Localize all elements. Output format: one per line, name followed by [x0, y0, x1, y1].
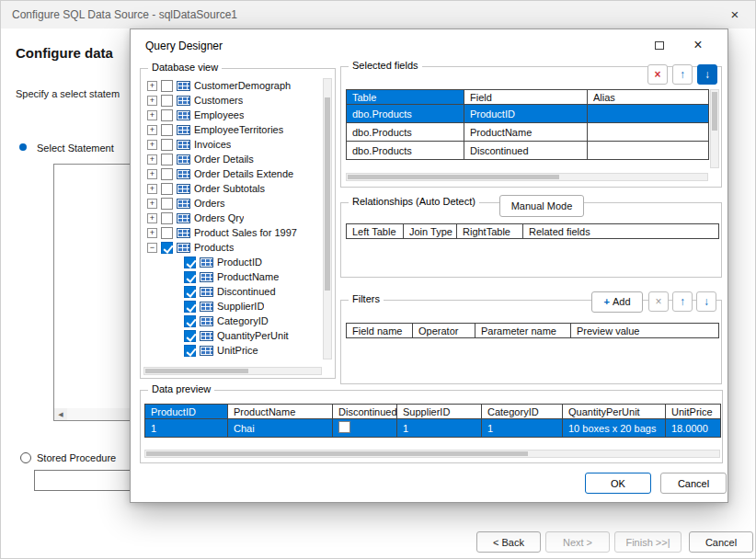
ok-button[interactable]: OK: [585, 473, 651, 494]
tree-checkbox[interactable]: [161, 198, 173, 210]
tree-item[interactable]: +Invoices: [143, 137, 320, 152]
column-header-field-name[interactable]: Field name: [347, 324, 413, 338]
scroll-left-icon[interactable]: ◀: [54, 408, 67, 420]
expand-icon[interactable]: +: [147, 110, 157, 120]
tree-item[interactable]: +CustomerDemograph: [143, 78, 320, 93]
tree-checkbox[interactable]: [161, 168, 173, 180]
expand-icon[interactable]: +: [147, 140, 157, 150]
selected-fields-vertical-scrollbar[interactable]: [710, 89, 719, 168]
column-header-unitprice[interactable]: UnitPrice: [666, 405, 721, 419]
column-header-productname[interactable]: ProductName: [228, 405, 333, 419]
tree-item[interactable]: +Customers: [143, 93, 320, 108]
cell-categoryid[interactable]: 1: [482, 419, 563, 438]
cell-productname[interactable]: Chai: [228, 419, 333, 438]
move-field-up-button[interactable]: ↑: [672, 64, 693, 85]
finish-button[interactable]: Finish >>|: [614, 531, 682, 553]
tree-checkbox[interactable]: [184, 345, 196, 357]
cancel-button[interactable]: Cancel: [660, 473, 727, 494]
tree-item[interactable]: +Order Subtotals: [143, 181, 320, 196]
scrollbar-thumb[interactable]: [348, 175, 559, 179]
expand-icon[interactable]: +: [147, 169, 157, 179]
move-filter-up-button[interactable]: ↑: [672, 291, 693, 312]
scrollbar-thumb[interactable]: [712, 92, 717, 131]
column-header-preview-value[interactable]: Preview value: [571, 324, 719, 338]
tree-item[interactable]: +Employees: [143, 108, 320, 122]
scrollbar-thumb[interactable]: [325, 97, 330, 291]
cell-discontinued[interactable]: [333, 419, 397, 438]
tree-checkbox[interactable]: [161, 154, 173, 165]
cell-alias[interactable]: [588, 142, 709, 160]
cell-table[interactable]: dbo.Products: [347, 105, 464, 123]
tree-vertical-scrollbar[interactable]: [323, 78, 332, 359]
tree-item[interactable]: +Order Details: [143, 152, 320, 166]
wizard-cancel-button[interactable]: Cancel: [689, 531, 753, 553]
tree-field-item[interactable]: ProductID: [143, 255, 320, 269]
add-filter-button[interactable]: +Add: [591, 291, 643, 313]
close-icon[interactable]: ×: [715, 1, 755, 29]
selected-field-row[interactable]: dbo.Products ProductID: [347, 105, 709, 123]
tree-checkbox[interactable]: [161, 80, 173, 92]
tree-checkbox[interactable]: [184, 330, 196, 342]
tree-checkbox[interactable]: [184, 257, 196, 268]
expand-icon[interactable]: +: [147, 228, 157, 238]
tree-checkbox[interactable]: [161, 212, 173, 224]
tree-field-item[interactable]: ProductName: [143, 269, 320, 284]
column-header-related-fields[interactable]: Related fields: [523, 224, 719, 239]
manual-mode-button[interactable]: Manual Mode: [499, 195, 584, 217]
cell-alias[interactable]: [588, 123, 709, 142]
selected-field-row[interactable]: dbo.Products ProductName: [347, 123, 709, 142]
collapse-icon[interactable]: −: [147, 243, 157, 253]
tree-checkbox[interactable]: [161, 183, 173, 195]
dialog-close-button[interactable]: ×: [683, 33, 713, 57]
tree-checkbox[interactable]: [161, 227, 173, 239]
tree-checkbox[interactable]: [184, 286, 196, 298]
move-field-down-button[interactable]: ↓: [697, 64, 717, 85]
discontinued-checkbox[interactable]: [338, 421, 350, 433]
data-preview-horizontal-scrollbar[interactable]: [144, 450, 720, 458]
column-header-parameter-name[interactable]: Parameter name: [475, 324, 571, 338]
cell-supplierid[interactable]: 1: [397, 419, 482, 438]
tree-checkbox[interactable]: [184, 271, 196, 283]
expand-icon[interactable]: +: [147, 199, 157, 209]
tree-field-item[interactable]: UnitPrice: [143, 343, 320, 358]
column-header-discontinued[interactable]: Discontinued: [333, 405, 397, 419]
maximize-button[interactable]: [645, 36, 674, 56]
cell-field[interactable]: Discontinued: [464, 142, 588, 160]
scrollbar-thumb[interactable]: [146, 451, 528, 456]
data-preview-row[interactable]: 1 Chai 1 1 10 boxes x 20 bags 18.0000: [145, 419, 721, 438]
tree-checkbox[interactable]: [184, 301, 196, 313]
tree-item[interactable]: +EmployeeTerritories: [143, 122, 320, 137]
expand-icon[interactable]: +: [147, 96, 157, 106]
cell-quantityperunit[interactable]: 10 boxes x 20 bags: [563, 419, 666, 438]
expand-icon[interactable]: +: [147, 125, 157, 135]
expand-icon[interactable]: +: [147, 213, 157, 223]
move-filter-down-button[interactable]: ↓: [696, 291, 716, 312]
tree-item[interactable]: +Product Sales for 1997: [143, 225, 320, 240]
column-header-operator[interactable]: Operator: [413, 324, 475, 338]
remove-filter-button[interactable]: ×: [648, 291, 669, 312]
tree-checkbox[interactable]: [161, 109, 173, 121]
column-header-left-table[interactable]: Left Table: [347, 224, 404, 239]
tree-checkbox[interactable]: [161, 124, 173, 136]
tree-field-item[interactable]: QuantityPerUnit: [143, 328, 320, 343]
tree-checkbox[interactable]: [161, 139, 173, 151]
tree-field-item[interactable]: Discontinued: [143, 284, 320, 299]
selected-field-row[interactable]: dbo.Products Discontinued: [347, 142, 709, 160]
column-header-supplierid[interactable]: SupplierID: [397, 405, 482, 419]
back-button[interactable]: < Back: [476, 531, 541, 553]
tree-field-item[interactable]: SupplierID: [143, 299, 320, 314]
tree-checkbox[interactable]: [184, 315, 196, 327]
column-header-table[interactable]: Table: [347, 90, 464, 105]
selected-fields-horizontal-scrollbar[interactable]: [346, 173, 708, 181]
column-header-categoryid[interactable]: CategoryID: [482, 405, 563, 419]
remove-field-button[interactable]: ×: [647, 64, 668, 85]
cell-alias[interactable]: [588, 105, 709, 123]
tree-item-products[interactable]: −Products: [143, 240, 320, 255]
tree-item[interactable]: +Orders Qry: [143, 211, 320, 225]
tree-item[interactable]: +Order Details Extende: [143, 166, 320, 181]
select-statement-radio[interactable]: [19, 143, 27, 151]
tree-horizontal-scrollbar[interactable]: [143, 367, 322, 375]
column-header-productid[interactable]: ProductID: [145, 405, 228, 419]
expand-icon[interactable]: +: [147, 184, 157, 194]
tree-checkbox[interactable]: [161, 242, 173, 254]
